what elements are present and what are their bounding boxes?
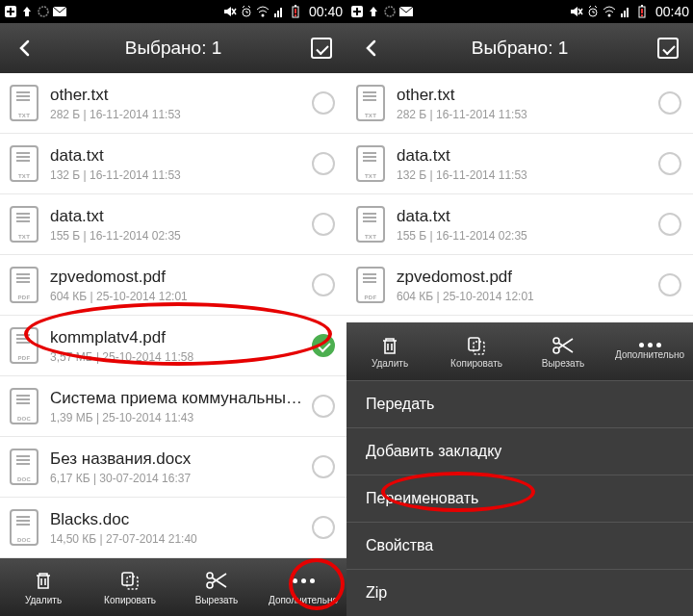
file-row[interactable]: DOCСистема приема коммунальных п…1,39 МБ… bbox=[0, 376, 346, 437]
file-meta: 282 Б | 16-11-2014 11:53 bbox=[397, 108, 653, 121]
file-name: Система приема коммунальных п… bbox=[50, 389, 306, 408]
file-meta: 132 Б | 16-11-2014 11:53 bbox=[50, 168, 306, 182]
delete-button[interactable]: Удалить bbox=[0, 558, 87, 616]
menu-item[interactable]: Переименовать bbox=[346, 475, 693, 522]
more-button[interactable]: Дополнительно bbox=[606, 322, 693, 380]
alarm-icon bbox=[240, 5, 253, 18]
selection-checkbox[interactable] bbox=[312, 395, 335, 418]
header-title: Выбрано: 1 bbox=[42, 38, 304, 59]
selection-checkbox[interactable] bbox=[312, 152, 335, 175]
file-meta: 1,39 МБ | 25-10-2014 11:43 bbox=[50, 411, 306, 424]
file-row[interactable]: TXTdata.txt132 Б | 16-11-2014 11:53 bbox=[0, 134, 346, 194]
menu-list: ПередатьДобавить закладкуПереименоватьСв… bbox=[346, 380, 693, 616]
file-list: TXTother.txt282 Б | 16-11-2014 11:53TXTd… bbox=[0, 73, 346, 558]
selection-checkbox[interactable] bbox=[312, 334, 335, 357]
svg-rect-11 bbox=[295, 5, 296, 7]
file-type-icon: PDF bbox=[10, 327, 38, 364]
dots-icon bbox=[293, 569, 315, 592]
file-row[interactable]: TXTdata.txt132 Б | 16-11-2014 11:53 bbox=[346, 134, 693, 194]
svg-rect-2 bbox=[7, 11, 14, 13]
svg-point-21 bbox=[385, 7, 395, 16]
file-type-icon: DOC bbox=[10, 509, 38, 546]
selection-checkbox[interactable] bbox=[312, 213, 335, 236]
file-meta: 3,57 МБ | 25-10-2014 11:58 bbox=[50, 350, 306, 364]
dots-icon bbox=[639, 343, 661, 347]
selection-checkbox[interactable] bbox=[312, 91, 335, 115]
svg-rect-12 bbox=[295, 9, 296, 13]
battery-warn-icon bbox=[635, 5, 649, 18]
svg-rect-14 bbox=[122, 573, 133, 585]
selection-checkbox[interactable] bbox=[658, 213, 681, 236]
svg-rect-13 bbox=[295, 14, 296, 16]
selection-checkbox[interactable] bbox=[658, 91, 681, 115]
alarm-icon bbox=[586, 5, 600, 18]
cut-button[interactable]: Вырезать bbox=[520, 322, 606, 380]
signal-icon bbox=[619, 5, 632, 18]
file-type-icon: TXT bbox=[10, 85, 38, 121]
selection-checkbox[interactable] bbox=[658, 273, 681, 296]
file-type-icon: TXT bbox=[356, 145, 385, 182]
svg-rect-9 bbox=[280, 8, 282, 17]
copy-icon bbox=[119, 569, 141, 592]
menu-item[interactable]: Zip bbox=[346, 569, 693, 616]
wifi-icon bbox=[603, 5, 616, 18]
status-clock: 00:40 bbox=[655, 4, 689, 19]
svg-rect-20 bbox=[353, 11, 361, 13]
plus-icon bbox=[350, 5, 364, 18]
selection-checkbox[interactable] bbox=[658, 152, 681, 175]
status-clock: 00:40 bbox=[309, 4, 343, 19]
upload-icon bbox=[367, 5, 380, 18]
mute-icon bbox=[223, 5, 237, 18]
svg-rect-30 bbox=[641, 9, 643, 13]
scissors-icon bbox=[205, 569, 228, 592]
file-type-icon: TXT bbox=[10, 206, 38, 243]
file-row[interactable]: DOCBlacks.doc14,50 КБ | 27-07-2014 21:40 bbox=[0, 498, 346, 558]
cut-button[interactable]: Вырезать bbox=[173, 558, 260, 616]
file-type-icon: TXT bbox=[356, 85, 385, 121]
selection-header: Выбрано: 1 bbox=[0, 23, 346, 73]
file-row[interactable]: TXTother.txt282 Б | 16-11-2014 11:53 bbox=[346, 73, 693, 134]
file-meta: 155 Б | 16-11-2014 02:35 bbox=[50, 229, 306, 243]
svg-rect-32 bbox=[469, 338, 479, 350]
menu-item[interactable]: Передать bbox=[346, 380, 693, 427]
circle-icon bbox=[383, 5, 397, 18]
svg-point-24 bbox=[607, 14, 610, 17]
file-row[interactable]: TXTother.txt282 Б | 16-11-2014 11:53 bbox=[0, 73, 346, 134]
file-type-icon: PDF bbox=[356, 267, 385, 303]
circle-icon bbox=[37, 5, 50, 18]
file-type-icon: DOC bbox=[10, 388, 38, 424]
file-row[interactable]: DOCБез названия.docx6,17 КБ | 30-07-2014… bbox=[0, 437, 346, 498]
svg-point-6 bbox=[261, 14, 264, 17]
menu-item[interactable]: Свойства bbox=[346, 522, 693, 569]
svg-rect-26 bbox=[624, 11, 626, 17]
file-name: data.txt bbox=[50, 207, 306, 226]
selection-checkbox[interactable] bbox=[312, 516, 335, 539]
mail-icon bbox=[53, 5, 66, 18]
upload-icon bbox=[20, 5, 34, 18]
file-name: zpvedomost.pdf bbox=[50, 268, 306, 287]
menu-item[interactable]: Добавить закладку bbox=[346, 427, 693, 475]
back-button[interactable] bbox=[8, 31, 42, 65]
trash-icon bbox=[33, 569, 54, 592]
back-button[interactable] bbox=[354, 31, 389, 65]
selection-checkbox[interactable] bbox=[312, 455, 335, 478]
file-meta: 282 Б | 16-11-2014 11:53 bbox=[50, 108, 306, 121]
copy-button[interactable]: Копировать bbox=[433, 322, 520, 380]
menu-toolbar: Удалить Копировать Вырезать Дополнительн… bbox=[346, 322, 693, 380]
more-button[interactable]: Дополнительно bbox=[260, 558, 346, 616]
file-row[interactable]: PDFkommplatv4.pdf3,57 МБ | 25-10-2014 11… bbox=[0, 316, 346, 376]
file-row[interactable]: TXTdata.txt155 Б | 16-11-2014 02:35 bbox=[0, 194, 346, 255]
signal-icon bbox=[272, 5, 286, 18]
select-all-button[interactable] bbox=[304, 31, 339, 65]
copy-button[interactable]: Копировать bbox=[87, 558, 173, 616]
selection-checkbox[interactable] bbox=[312, 273, 335, 296]
select-all-button[interactable] bbox=[651, 31, 685, 65]
file-name: data.txt bbox=[50, 146, 306, 166]
file-row[interactable]: PDFzpvedomost.pdf604 КБ | 25-10-2014 12:… bbox=[0, 255, 346, 316]
file-row[interactable]: TXTdata.txt155 Б | 16-11-2014 02:35 bbox=[346, 194, 693, 255]
svg-rect-25 bbox=[621, 13, 623, 17]
delete-button[interactable]: Удалить bbox=[346, 322, 433, 380]
plus-icon bbox=[4, 5, 17, 18]
selection-header: Выбрано: 1 bbox=[346, 23, 693, 73]
file-row[interactable]: PDFzpvedomost.pdf604 КБ | 25-10-2014 12:… bbox=[346, 255, 693, 316]
